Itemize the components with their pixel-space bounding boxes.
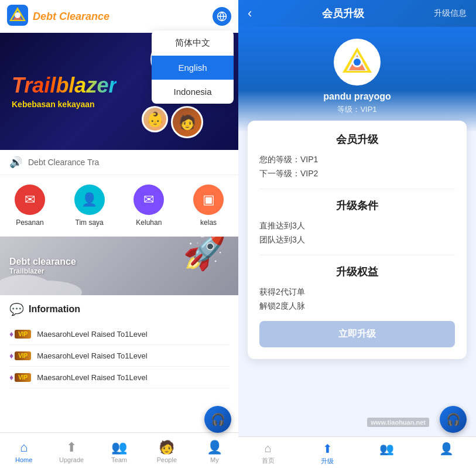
promo-title: Debt clearance [9,257,76,267]
profile-avatar [334,39,381,86]
right-upgrade-label: 升级 [321,457,334,466]
tim-label: Tim saya [76,218,104,227]
right-team-icon: 👥 [379,442,394,456]
vip-tag-3: ♦ VIP [9,373,31,382]
condition-1: 直推达到3人 [259,221,455,231]
profile-level: 等级：VIP1 [337,104,376,115]
right-upgrade-icon: ⬆ [323,442,333,456]
svg-point-15 [354,59,361,66]
right-home-label: 首页 [262,456,275,465]
tim-icon: 👤 [74,185,105,215]
right-panel: ‹ 会员升级 升级信息 pandu prayogo 等级：VIP1 会员升级 您… [238,0,476,468]
right-extra-icon: 👤 [439,442,454,456]
vip-tag-2: ♦ VIP [9,351,31,360]
info-item-3: ♦ VIP MaesarohLevel Raised To1Level [9,367,229,388]
app-logo [7,5,28,28]
diamond-icon-3: ♦ [9,373,13,382]
info-text-2: MaesarohLevel Raised To1Level [37,351,147,360]
info-header: 💬 Information [9,302,229,316]
left-bottom-nav: ⌂ Home ⬆ Upgrade 👥 Team 🧑 People 👤 My [0,432,238,468]
svg-point-4 [15,12,20,18]
lang-chinese[interactable]: 简体中文 [152,30,234,56]
right-home-icon: ⌂ [265,442,272,455]
banner-subtitle: Kebebasan kekayaan [12,100,117,109]
right-bottom-nav: ⌂ 首页 ⬆ 升级 👥 👤 [238,436,476,468]
audio-bar: 🔊 Debt Clearance Tra [0,150,238,175]
support-button-left[interactable]: 🎧 [204,406,231,433]
information-section: 💬 Information ♦ VIP MaesarohLevel Raised… [0,295,238,432]
nav-my[interactable]: 👤 My [191,438,238,466]
people-icon: 🧑 [159,440,174,455]
rocket-icon: 🚀 [183,237,227,272]
divider-1 [259,189,455,189]
my-label: My [210,456,219,463]
promo-subtitle: Trailblazer [9,267,76,275]
right-header: ‹ 会员升级 升级信息 [238,0,476,27]
team-icon: 👥 [111,440,127,455]
audio-icon: 🔊 [9,156,22,169]
promo-text: Debt clearance Trailblazer [9,257,76,275]
back-button[interactable]: ‹ [248,6,252,21]
right-nav-team[interactable]: 👥 [357,442,417,466]
vip-tag-1: ♦ VIP [9,329,31,339]
vip-badge-2: VIP [15,351,31,360]
right-nav-upgrade[interactable]: ⬆ 升级 [298,442,358,466]
right-nav-extra[interactable]: 👤 [417,442,477,466]
right-title: 会员升级 [258,6,428,21]
quick-actions: ✉ Pesanan 👤 Tim saya ✉ Keluhan ▣ kelas [0,175,238,237]
nav-upgrade[interactable]: ⬆ Upgrade [47,438,95,466]
info-bubble-icon: 💬 [9,302,24,316]
lang-indonesia[interactable]: Indonesia [152,80,234,104]
action-pesanan[interactable]: ✉ Pesanan [15,185,45,227]
current-level: 您的等级：VIP1 [259,155,455,165]
condition-2: 团队达到3人 [259,235,455,245]
info-item-1: ♦ VIP MaesarohLevel Raised To1Level [9,323,229,345]
home-icon: ⌂ [20,440,28,455]
action-keluhan[interactable]: ✉ Keluhan [133,185,164,227]
keluhan-label: Keluhan [136,218,162,227]
my-icon: 👤 [207,440,222,455]
info-text-3: MaesarohLevel Raised To1Level [37,373,147,382]
right-nav-home[interactable]: ⌂ 首页 [238,442,298,466]
left-panel: Debt Clearance 简体中文 English Indonesia Tr… [0,0,238,468]
support-icon-right: 🎧 [446,412,461,426]
nav-team[interactable]: 👥 Team [95,438,143,466]
avatar-5: 👶 [142,106,168,132]
language-dropdown: 简体中文 English Indonesia [152,30,234,104]
banner-text: Trailblazer Kebebasan kekayaan [12,74,117,109]
promo-banner: Debt clearance Trailblazer 🚀 [0,237,238,295]
nav-home[interactable]: ⌂ Home [0,438,47,466]
kelas-label: kelas [200,218,217,227]
language-button[interactable] [213,7,231,26]
home-label: Home [15,456,32,463]
upgrade-info-link[interactable]: 升级信息 [434,8,467,19]
upgrade-icon: ⬆ [66,440,77,455]
pesanan-icon: ✉ [15,185,45,215]
pesanan-label: Pesanan [16,218,43,227]
divider-2 [259,255,455,255]
app-title: Debt Clearance [33,11,208,23]
upgrade-card: 会员升级 您的等级：VIP1 下一等级：VIP2 升级条件 直推达到3人 团队达… [248,121,467,359]
lang-english[interactable]: English [152,56,234,80]
profile-section: pandu prayogo 等级：VIP1 [238,27,476,132]
action-kelas[interactable]: ▣ kelas [193,185,224,227]
keluhan-icon: ✉ [133,185,164,215]
upgrade-button[interactable]: 立即升级 [259,321,455,347]
banner-title: Trailblazer [12,74,117,97]
team-label: Team [111,456,127,463]
action-tim[interactable]: 👤 Tim saya [74,185,105,227]
upgrade-label: Upgrade [59,456,84,463]
kelas-icon: ▣ [193,185,224,215]
people-label: People [157,456,177,463]
support-button-right[interactable]: 🎧 [440,406,467,433]
conditions-title: 升级条件 [259,199,455,213]
next-level: 下一等级：VIP2 [259,169,455,179]
left-header: Debt Clearance [0,0,238,33]
vip-badge-3: VIP [15,373,31,382]
avatar-4: 🧑 [171,106,203,138]
info-item-2: ♦ VIP MaesarohLevel Raised To1Level [9,345,229,367]
nav-people[interactable]: 🧑 People [143,438,190,466]
benefits-title: 升级权益 [259,265,455,279]
benefit-2: 解锁2度人脉 [259,301,455,312]
info-text-1: MaesarohLevel Raised To1Level [37,330,147,339]
